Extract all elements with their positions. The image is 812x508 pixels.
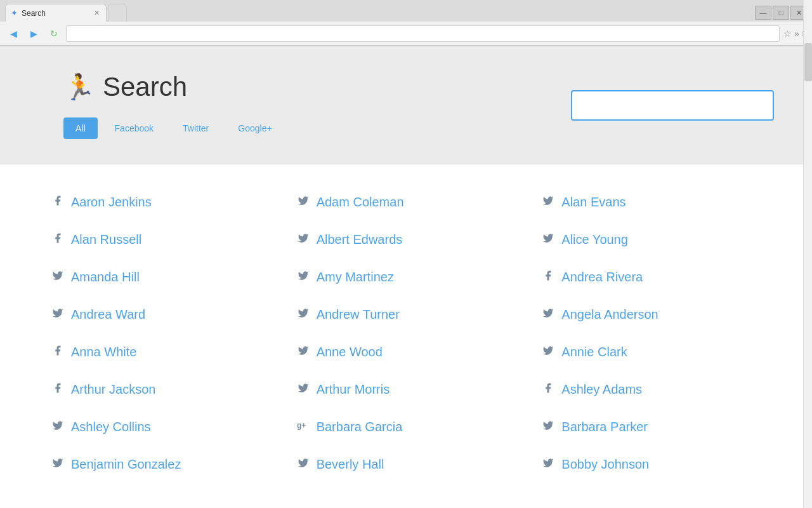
twitter-icon xyxy=(51,307,65,322)
search-header-left: 🏃 Search All Facebook Twitter Google+ xyxy=(63,72,284,139)
list-item[interactable]: g+ Barbara Garcia xyxy=(284,408,529,446)
refresh-button[interactable]: ↻ xyxy=(46,25,62,42)
twitter-icon xyxy=(541,345,555,359)
list-item[interactable]: Andrea Rivera xyxy=(528,258,774,296)
tab-favicon: ✦ xyxy=(11,8,18,18)
result-name: Andrea Ward xyxy=(71,307,145,322)
tab-close-button[interactable]: ✕ xyxy=(94,9,100,17)
result-name: Beverly Hall xyxy=(317,457,384,472)
result-name: Alan Evans xyxy=(561,195,625,210)
list-item[interactable]: Annie Clark xyxy=(528,333,774,371)
browser-tab-new[interactable] xyxy=(108,4,127,22)
scrollbar-thumb[interactable] xyxy=(804,43,812,81)
facebook-icon xyxy=(51,345,65,359)
list-item[interactable]: Angela Anderson xyxy=(528,296,774,333)
search-input[interactable] xyxy=(571,90,774,121)
twitter-icon xyxy=(296,307,310,322)
list-item[interactable]: Bobby Johnson xyxy=(528,446,774,483)
scrollbar[interactable] xyxy=(803,0,812,508)
result-name: Benjamin Gonzalez xyxy=(71,457,181,472)
list-item[interactable]: Anne Wood xyxy=(284,333,529,371)
browser-toolbar: ◀ ▶ ↻ ☆ » ≡ xyxy=(0,22,812,46)
list-item[interactable]: Arthur Morris xyxy=(284,371,529,408)
twitter-icon xyxy=(541,232,555,247)
bookmark-icon[interactable]: ☆ xyxy=(783,29,792,39)
twitter-icon xyxy=(296,345,310,359)
extend-icon[interactable]: » xyxy=(794,29,799,39)
brand-icon: 🏃 xyxy=(63,72,95,102)
result-name: Andrew Turner xyxy=(317,307,400,322)
twitter-icon xyxy=(51,270,65,284)
list-item[interactable]: Anna White xyxy=(38,333,284,371)
address-bar[interactable] xyxy=(66,25,780,42)
result-name: Annie Clark xyxy=(561,345,627,359)
list-item[interactable]: Andrew Turner xyxy=(284,296,529,333)
list-item[interactable]: Barbara Parker xyxy=(528,408,774,446)
list-item[interactable]: Alice Young xyxy=(528,221,774,258)
result-name: Alice Young xyxy=(561,232,628,247)
result-name: Anna White xyxy=(71,345,136,359)
result-name: Barbara Parker xyxy=(561,420,648,434)
list-item[interactable]: Andrea Ward xyxy=(38,296,284,333)
svg-text:g+: g+ xyxy=(297,421,306,430)
twitter-icon xyxy=(541,307,555,322)
browser-titlebar: ✦ Search ✕ — □ ✕ xyxy=(0,0,812,22)
list-item[interactable]: Ashley Collins xyxy=(38,408,284,446)
search-input-wrapper xyxy=(571,90,774,121)
list-item[interactable]: Arthur Jackson xyxy=(38,371,284,408)
list-item[interactable]: Alan Evans xyxy=(528,184,774,221)
twitter-icon xyxy=(541,420,555,434)
result-name: Arthur Jackson xyxy=(71,382,155,397)
result-name: Amy Martinez xyxy=(317,270,394,284)
result-name: Andrea Rivera xyxy=(561,270,643,284)
back-button[interactable]: ◀ xyxy=(5,25,22,42)
page-content: 🏃 Search All Facebook Twitter Google+ Aa… xyxy=(0,46,812,508)
result-name: Aaron Jenkins xyxy=(71,195,152,210)
list-item[interactable]: Alan Russell xyxy=(38,221,284,258)
list-item[interactable]: Amy Martinez xyxy=(284,258,529,296)
result-name: Adam Coleman xyxy=(317,195,404,210)
brand-title: Search xyxy=(103,72,187,102)
results-grid: Aaron Jenkins Adam Coleman Alan Evans Al… xyxy=(0,164,812,508)
filter-all-button[interactable]: All xyxy=(63,117,98,139)
result-name: Barbara Garcia xyxy=(317,420,403,434)
search-header: 🏃 Search All Facebook Twitter Google+ xyxy=(0,46,812,164)
list-item[interactable]: Beverly Hall xyxy=(284,446,529,483)
list-item[interactable]: Amanda Hill xyxy=(38,258,284,296)
result-name: Arthur Morris xyxy=(317,382,390,397)
list-item[interactable]: Benjamin Gonzalez xyxy=(38,446,284,483)
twitter-icon xyxy=(296,270,310,284)
browser-tab-active[interactable]: ✦ Search ✕ xyxy=(5,4,107,22)
list-item[interactable]: Adam Coleman xyxy=(284,184,529,221)
facebook-icon xyxy=(541,382,555,397)
result-name: Ashley Collins xyxy=(71,420,151,434)
filter-row: All Facebook Twitter Google+ xyxy=(63,117,284,139)
result-name: Anne Wood xyxy=(317,345,383,359)
twitter-icon xyxy=(541,195,555,210)
list-item[interactable]: Albert Edwards xyxy=(284,221,529,258)
twitter-icon xyxy=(296,195,310,210)
facebook-icon xyxy=(51,382,65,397)
twitter-icon xyxy=(296,382,310,397)
list-item[interactable]: Aaron Jenkins xyxy=(38,184,284,221)
filter-googleplus-button[interactable]: Google+ xyxy=(226,117,284,139)
facebook-icon xyxy=(51,232,65,247)
twitter-icon xyxy=(51,420,65,434)
googleplus-icon: g+ xyxy=(296,420,310,434)
result-name: Albert Edwards xyxy=(317,232,403,247)
filter-facebook-button[interactable]: Facebook xyxy=(103,117,166,139)
forward-button[interactable]: ▶ xyxy=(25,25,42,42)
maximize-button[interactable]: □ xyxy=(773,6,789,20)
result-name: Ashley Adams xyxy=(561,382,642,397)
twitter-icon xyxy=(296,232,310,247)
twitter-icon xyxy=(541,457,555,472)
twitter-icon xyxy=(296,457,310,472)
tab-title: Search xyxy=(22,9,90,18)
search-brand: 🏃 Search xyxy=(63,72,284,102)
minimize-button[interactable]: — xyxy=(755,6,771,20)
result-name: Alan Russell xyxy=(71,232,141,247)
facebook-icon xyxy=(51,195,65,210)
list-item[interactable]: Ashley Adams xyxy=(528,371,774,408)
filter-twitter-button[interactable]: Twitter xyxy=(171,117,221,139)
result-name: Bobby Johnson xyxy=(561,457,649,472)
